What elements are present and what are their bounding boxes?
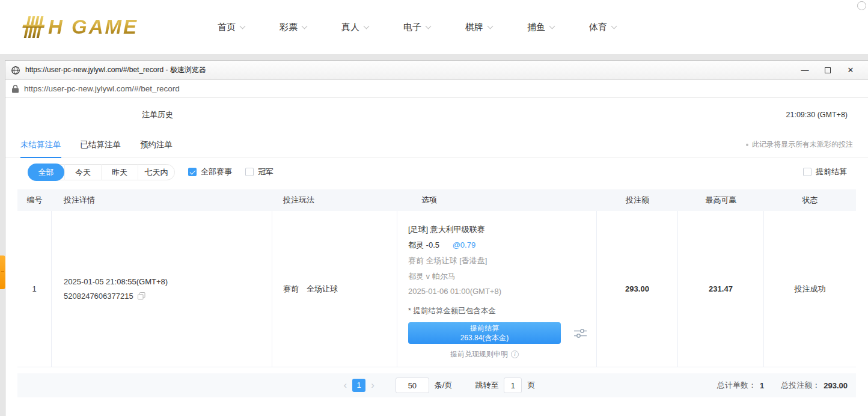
lock-icon bbox=[12, 85, 19, 93]
chevron-down-icon bbox=[364, 23, 370, 29]
next-page-button[interactable]: › bbox=[365, 379, 380, 391]
globe-icon bbox=[11, 66, 20, 75]
nav-item-slots[interactable]: 电子 bbox=[403, 22, 465, 33]
help-corner-icon[interactable] bbox=[857, 1, 866, 10]
total-count-label: 总计单数： bbox=[717, 380, 756, 391]
nav-item-label: 彩票 bbox=[280, 22, 298, 33]
total-count-value: 1 bbox=[760, 381, 764, 390]
nav-item-home[interactable]: 首页 bbox=[218, 22, 280, 33]
cashout-button[interactable]: 提前结算 263.84(含本金) bbox=[408, 322, 561, 344]
selection-match: 都灵 v 帕尔马 bbox=[408, 271, 588, 282]
tab-settled[interactable]: 已结算注单 bbox=[81, 132, 121, 158]
bet-amount-cell: 293.00 bbox=[597, 211, 678, 367]
jump-to-label: 跳转至 bbox=[475, 380, 498, 391]
nav-item-label: 体育 bbox=[589, 22, 607, 33]
table-header-row: 编号 投注详情 投注玩法 选项 投注额 最高可赢 状态 bbox=[17, 189, 856, 211]
server-clock: 21:09:30 (GMT+8) bbox=[786, 111, 848, 119]
bullet-dot-icon bbox=[746, 144, 748, 146]
bet-detail-cell: 2025-01-05 21:08:55(GMT+8) 5208247606377… bbox=[52, 211, 272, 367]
nav-item-fishing[interactable]: 捕鱼 bbox=[527, 22, 589, 33]
bet-id-line: 5208247606377215 bbox=[64, 292, 272, 301]
date-filter-all[interactable]: 全部 bbox=[28, 164, 64, 181]
minimize-button[interactable]: — bbox=[793, 61, 816, 79]
col-header-no: 编号 bbox=[17, 195, 52, 206]
logo-text: H GAME bbox=[48, 16, 138, 38]
selection-match-time: 2025-01-06 01:00(GMT+8) bbox=[408, 287, 588, 296]
col-header-amount: 投注额 bbox=[597, 195, 678, 206]
browser-addressbar[interactable]: https://user-pc-new.jylywl.com/#/bet_rec… bbox=[5, 80, 868, 98]
window-title: https://user-pc-new.jylywl.com/#/bet_rec… bbox=[25, 65, 793, 75]
seg-label: 昨天 bbox=[112, 168, 127, 177]
close-button[interactable]: ✕ bbox=[839, 61, 862, 79]
table-row: 1 2025-01-05 21:08:55(GMT+8) 52082476063… bbox=[17, 211, 856, 367]
all-events-checkbox[interactable]: 全部赛事 bbox=[188, 167, 232, 177]
col-header-selection: 选项 bbox=[397, 195, 597, 206]
tab-unsettled[interactable]: 未结算注单 bbox=[20, 132, 61, 158]
checkbox-unchecked-icon bbox=[803, 168, 811, 176]
champion-checkbox[interactable]: 冠军 bbox=[245, 167, 274, 177]
maximize-button[interactable] bbox=[816, 61, 839, 79]
rules-link-text: 提前兑现规则申明 bbox=[450, 349, 508, 359]
col-header-maxwin: 最高可赢 bbox=[678, 195, 764, 206]
chevron-down-icon bbox=[426, 23, 432, 29]
cashout-settings-icon[interactable] bbox=[574, 328, 587, 338]
checkbox-label: 提前结算 bbox=[816, 167, 847, 177]
prev-page-button[interactable]: ‹ bbox=[338, 379, 353, 391]
nav-item-label: 棋牌 bbox=[465, 22, 483, 33]
checkbox-unchecked-icon bbox=[245, 168, 254, 176]
selection-league: [足球] 意大利甲级联赛 bbox=[408, 224, 588, 235]
browser-titlebar[interactable]: https://user-pc-new.jylywl.com/#/bet_rec… bbox=[5, 61, 868, 80]
tab-reserved[interactable]: 预约注单 bbox=[140, 132, 173, 158]
floating-side-tab[interactable] bbox=[0, 255, 5, 289]
totals: 总计单数： 1 总投注额： 293.00 bbox=[717, 380, 848, 391]
bet-play-cell: 赛前 全场让球 bbox=[272, 211, 397, 367]
screen: H GAME 首页 彩票 真人 电子 棋牌 捕鱼 体育 bbox=[0, 0, 868, 416]
bet-no-cell: 1 bbox=[17, 211, 52, 367]
col-header-play: 投注玩法 bbox=[272, 195, 397, 206]
nav-item-label: 捕鱼 bbox=[527, 22, 545, 33]
chevron-down-icon bbox=[302, 23, 308, 29]
early-settle-checkbox[interactable]: 提前结算 bbox=[803, 167, 847, 177]
tab-label: 已结算注单 bbox=[81, 139, 121, 150]
page-number-button[interactable]: 1 bbox=[352, 379, 365, 392]
url-text: https://user-pc-new.jylywl.com/#/bet_rec… bbox=[24, 84, 180, 93]
site-logo[interactable]: H GAME bbox=[13, 14, 194, 40]
page-title: 注单历史 bbox=[142, 109, 173, 120]
jump-page-input[interactable] bbox=[504, 378, 522, 393]
date-range-segment: 全部 今天 昨天 七天内 bbox=[28, 164, 175, 180]
bet-selection-cell: [足球] 意大利甲级联赛 都灵 -0.5 @0.79 赛前 全场让球 [香港盘]… bbox=[397, 211, 597, 367]
nav-item-live[interactable]: 真人 bbox=[341, 22, 403, 33]
table-footer: ‹ 1 › 条/页 跳转至 页 总计单数： 1 总投注额： 293.00 bbox=[17, 373, 856, 397]
total-amount-label: 总投注额： bbox=[781, 380, 820, 391]
date-filter-yesterday[interactable]: 昨天 bbox=[101, 164, 138, 180]
tab-label: 预约注单 bbox=[140, 139, 173, 150]
col-header-detail: 投注详情 bbox=[52, 195, 272, 206]
page-size-input[interactable] bbox=[396, 378, 429, 393]
total-amount-value: 293.00 bbox=[824, 381, 848, 390]
bet-status-cell: 投注成功 bbox=[764, 211, 856, 367]
nav-item-lottery[interactable]: 彩票 bbox=[280, 22, 341, 33]
tab-label: 未结算注单 bbox=[20, 139, 61, 150]
page-unit-label: 页 bbox=[527, 380, 535, 391]
chevron-down-icon bbox=[240, 23, 246, 29]
seg-label: 今天 bbox=[75, 168, 91, 177]
bet-id: 5208247606377215 bbox=[64, 292, 133, 301]
date-filter-7days[interactable]: 七天内 bbox=[138, 164, 174, 180]
main-nav: 首页 彩票 真人 电子 棋牌 捕鱼 体育 bbox=[218, 22, 651, 33]
cashout-rules-link[interactable]: 提前兑现规则申明 i bbox=[408, 349, 561, 359]
date-filter-today[interactable]: 今天 bbox=[64, 164, 101, 180]
col-header-status: 状态 bbox=[764, 195, 856, 206]
info-icon: i bbox=[511, 350, 519, 358]
browser-window: https://user-pc-new.jylywl.com/#/bet_rec… bbox=[5, 60, 868, 416]
cashout-note: * 提前结算金额已包含本金 bbox=[408, 306, 588, 316]
nav-item-cards[interactable]: 棋牌 bbox=[465, 22, 527, 33]
bet-time: 2025-01-05 21:08:55(GMT+8) bbox=[64, 277, 272, 286]
checkbox-checked-icon bbox=[188, 168, 197, 176]
copy-icon[interactable] bbox=[138, 292, 145, 300]
nav-item-sports[interactable]: 体育 bbox=[589, 22, 651, 33]
selection-odds: @0.79 bbox=[453, 240, 476, 249]
filter-row: 全部 今天 昨天 七天内 全部赛事 冠军 提前结算 bbox=[5, 158, 868, 186]
cashout-button-title: 提前结算 bbox=[470, 323, 499, 333]
window-controls: — ✕ bbox=[793, 61, 862, 79]
cashout-button-amount: 263.84(含本金) bbox=[460, 333, 509, 343]
